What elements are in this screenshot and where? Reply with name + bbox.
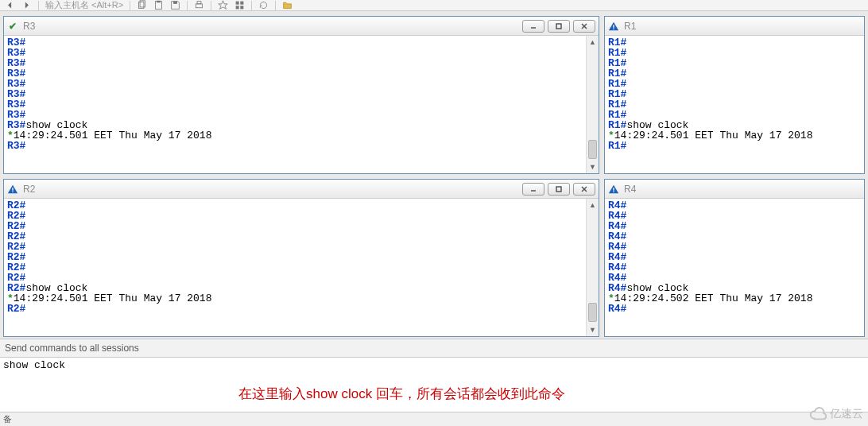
toolbar-hint: 输入主机名 <Alt+R> — [45, 0, 123, 11]
titlebar-r2: R2 — [4, 180, 599, 199]
svg-rect-9 — [236, 6, 239, 9]
pane-title: R4 — [624, 184, 636, 195]
svg-rect-20 — [556, 187, 561, 192]
terminal-output[interactable]: R4# R4# R4# R4# R4# R4# R4# R4# R4#show … — [605, 199, 864, 336]
maximize-button[interactable] — [548, 183, 570, 196]
svg-rect-10 — [240, 6, 243, 9]
pane-title: R3 — [23, 21, 35, 32]
send-commands-label: Send commands to all sessions — [0, 339, 868, 358]
titlebar-r4: R4 — [605, 180, 864, 199]
paste-icon[interactable] — [153, 0, 164, 10]
print-icon[interactable] — [194, 0, 204, 10]
terminal-output[interactable]: R1# R1# R1# R1# R1# R1# R1# R1# R1#show … — [605, 36, 864, 173]
titlebar-r1: R1 — [605, 17, 864, 36]
check-icon: ✔ — [7, 21, 18, 32]
scroll-thumb[interactable] — [588, 303, 597, 322]
scroll-down-icon[interactable]: ▼ — [587, 323, 599, 336]
svg-rect-3 — [157, 1, 161, 2]
terminal-pane-r3: ✔ R3 R3# R3# R3# R3# R3# R3# R3# R3# R3#… — [3, 16, 599, 174]
svg-rect-8 — [240, 2, 243, 5]
status-bar: 备 — [0, 412, 868, 426]
star-icon[interactable] — [218, 0, 228, 10]
minimize-button[interactable] — [522, 20, 544, 33]
svg-rect-5 — [196, 4, 203, 8]
terminal-pane-r1: R1 R1# R1# R1# R1# R1# R1# R1# R1# R1#sh… — [604, 16, 865, 174]
svg-rect-7 — [236, 2, 239, 5]
minimize-button[interactable] — [522, 183, 544, 196]
scroll-thumb[interactable] — [588, 140, 597, 159]
arrow-right-icon[interactable] — [21, 0, 32, 10]
scroll-up-icon[interactable]: ▲ — [587, 199, 599, 211]
command-text: show clock — [3, 359, 65, 371]
scroll-up-icon[interactable]: ▲ — [587, 36, 599, 48]
cloud-icon — [809, 405, 827, 423]
svg-rect-12 — [556, 24, 561, 29]
status-text: 备 — [3, 413, 12, 425]
scrollbar[interactable]: ▲ ▼ — [586, 199, 599, 336]
scroll-down-icon[interactable]: ▼ — [587, 161, 599, 173]
save-icon[interactable] — [170, 0, 180, 10]
svg-rect-16 — [613, 28, 614, 29]
close-button[interactable] — [573, 183, 595, 196]
terminal-pane-r4: R4 R4# R4# R4# R4# R4# R4# R4# R4# R4#sh… — [604, 179, 865, 337]
folder-icon[interactable] — [282, 0, 293, 10]
svg-rect-23 — [613, 188, 614, 191]
refresh-icon[interactable] — [258, 0, 269, 10]
svg-rect-24 — [613, 191, 614, 192]
main-toolbar: 输入主机名 <Alt+R> — [0, 0, 868, 11]
maximize-button[interactable] — [548, 20, 570, 33]
watermark-text: 亿速云 — [830, 407, 863, 421]
warning-icon — [608, 21, 619, 32]
pane-title: R2 — [23, 184, 35, 195]
warning-icon — [608, 184, 619, 195]
copy-icon[interactable] — [137, 0, 147, 10]
watermark: 亿速云 — [809, 405, 863, 423]
terminal-output[interactable]: R2# R2# R2# R2# R2# R2# R2# R2# R2#show … — [4, 199, 599, 336]
svg-rect-4 — [173, 2, 177, 4]
svg-rect-17 — [12, 188, 13, 191]
send-commands-input[interactable]: show clock 在这里输入show clock 回车，所有会话都会收到此命… — [0, 358, 868, 412]
titlebar-r3: ✔ R3 — [4, 17, 599, 36]
annotation-text: 在这里输入show clock 回车，所有会话都会收到此命令 — [238, 385, 565, 403]
svg-rect-18 — [12, 191, 13, 192]
scrollbar[interactable]: ▲ ▼ — [586, 36, 599, 173]
pane-title: R1 — [624, 21, 636, 32]
terminal-output[interactable]: R3# R3# R3# R3# R3# R3# R3# R3# R3#show … — [4, 36, 599, 173]
grid-icon[interactable] — [234, 0, 245, 10]
arrow-left-icon[interactable] — [5, 0, 15, 10]
terminal-pane-r2: R2 R2# R2# R2# R2# R2# R2# R2# R2# R2#sh… — [3, 179, 599, 337]
svg-rect-6 — [197, 2, 201, 4]
close-button[interactable] — [573, 20, 595, 33]
warning-icon — [7, 184, 18, 195]
svg-rect-15 — [613, 25, 614, 28]
